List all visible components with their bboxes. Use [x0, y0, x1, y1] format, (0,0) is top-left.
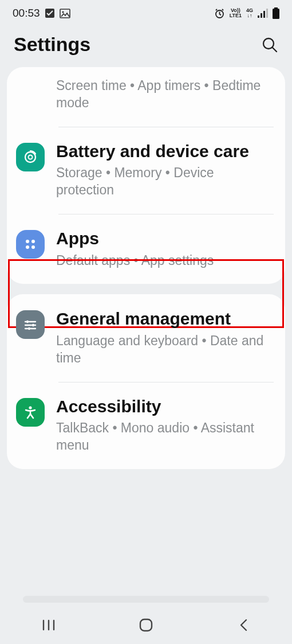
row-subtitle: Storage • Memory • Device protection [56, 165, 275, 199]
accessibility-icon [16, 398, 45, 427]
row-title: Accessibility [56, 397, 275, 417]
nav-bar [0, 606, 292, 644]
device-care-icon [16, 143, 45, 171]
svg-rect-9 [273, 9, 279, 19]
settings-row-digital-wellbeing[interactable]: Screen time • App timers • Bedtime mode [7, 67, 285, 127]
svg-point-24 [28, 327, 31, 330]
status-time: 00:53 [13, 7, 40, 19]
settings-card: General management Language and keyboard… [7, 294, 285, 469]
svg-point-27 [29, 406, 31, 409]
settings-row-battery-device-care[interactable]: Battery and device care Storage • Memory… [7, 127, 285, 214]
svg-rect-6 [263, 11, 265, 18]
home-button[interactable] [112, 614, 180, 637]
back-button[interactable] [209, 614, 278, 637]
svg-point-13 [29, 155, 33, 159]
row-subtitle: Default apps • App settings [56, 252, 275, 270]
image-icon [60, 9, 70, 18]
page-title: Settings [14, 33, 90, 56]
alarm-icon [214, 8, 225, 19]
svg-point-2 [62, 11, 64, 13]
row-subtitle: Screen time • App timers • Bedtime mode [56, 77, 275, 112]
svg-line-30 [30, 414, 33, 418]
settings-row-general-management[interactable]: General management Language and keyboard… [7, 294, 285, 381]
svg-line-11 [273, 48, 277, 52]
svg-rect-7 [266, 9, 268, 18]
svg-point-16 [26, 245, 29, 249]
svg-point-21 [32, 324, 35, 327]
row-title: Battery and device care [56, 142, 275, 162]
row-title: General management [56, 309, 275, 329]
settings-header: Settings [0, 23, 292, 67]
svg-point-18 [26, 321, 29, 323]
svg-rect-5 [261, 13, 262, 18]
placeholder-icon [16, 77, 45, 106]
row-subtitle: Language and keyboard • Date and time [56, 333, 275, 367]
settings-card: Screen time • App timers • Bedtime mode … [7, 67, 285, 284]
volte-indicator: Vo)) LTE1 [230, 8, 242, 18]
data-indicator: 4G ↓↑ [246, 8, 253, 18]
scroll-indicator [23, 596, 269, 603]
battery-icon [273, 7, 279, 19]
svg-rect-4 [258, 15, 259, 18]
checkbox-icon [45, 8, 55, 18]
svg-rect-34 [140, 619, 152, 631]
status-bar: 00:53 Vo)) LTE1 4G ↓↑ [0, 0, 292, 23]
general-management-icon [16, 310, 45, 339]
svg-point-12 [25, 152, 35, 162]
row-subtitle: TalkBack • Mono audio • Assistant menu [56, 420, 275, 454]
settings-row-accessibility[interactable]: Accessibility TalkBack • Mono audio • As… [7, 382, 285, 469]
svg-rect-8 [274, 7, 278, 9]
apps-icon [16, 230, 45, 259]
search-button[interactable] [261, 36, 278, 53]
recents-button[interactable] [14, 614, 83, 637]
svg-point-15 [31, 240, 35, 243]
row-title: Apps [56, 229, 275, 249]
svg-point-14 [26, 240, 29, 243]
settings-row-apps[interactable]: Apps Default apps • App settings [7, 214, 285, 284]
signal-icon [258, 9, 268, 18]
svg-point-17 [31, 245, 35, 249]
